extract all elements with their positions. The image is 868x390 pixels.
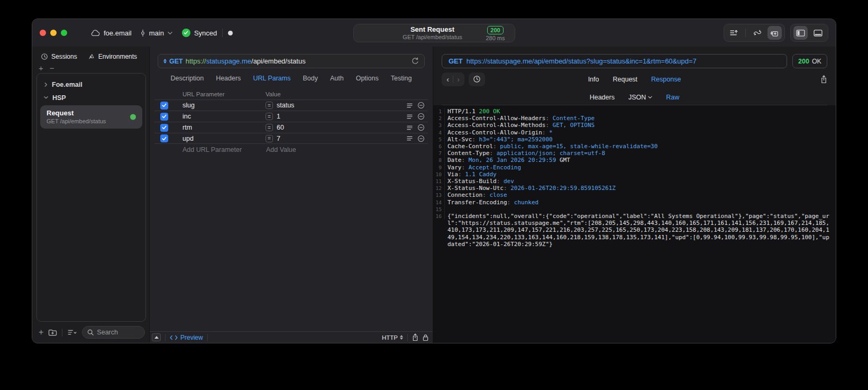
main-content: Sessions Environments + − Foe.emailHSP — [32, 47, 836, 343]
layout-sidebar-button[interactable] — [793, 26, 808, 40]
token: Via — [447, 171, 458, 178]
param-value-field[interactable]: 60 — [277, 124, 284, 131]
param-name-field[interactable]: slug — [182, 102, 257, 109]
response-subtab-raw[interactable]: Raw — [666, 94, 679, 101]
request-tab-bar: DescriptionHeadersURL ParamsBodyAuthOpti… — [150, 68, 433, 88]
project-menu[interactable]: foe.email — [90, 29, 132, 37]
request-tab-url-params[interactable]: URL Params — [253, 75, 290, 82]
param-text-options-icon[interactable] — [406, 135, 413, 141]
param-checkbox[interactable] — [160, 124, 168, 132]
sidebar-group-hsp[interactable]: HSP — [39, 91, 143, 104]
close-window-button[interactable] — [40, 30, 46, 36]
request-tab-label: Testing — [391, 75, 412, 82]
param-name-field[interactable]: inc — [182, 113, 257, 120]
tab-environments[interactable]: Environments — [88, 53, 137, 60]
request-tab-headers[interactable]: Headers — [216, 75, 241, 82]
request-tab-label: Headers — [216, 75, 241, 82]
response-subtab-json[interactable]: JSON — [628, 94, 652, 101]
request-tab-body[interactable]: Body — [303, 75, 318, 82]
layout-bottom-button[interactable] — [811, 26, 825, 40]
token: Access-Control-Allow-Headers — [447, 115, 545, 122]
sort-filter-icon[interactable] — [67, 329, 77, 335]
param-checkbox[interactable] — [160, 134, 168, 142]
share-icon[interactable] — [412, 333, 418, 341]
request-tab-testing[interactable]: Testing — [391, 75, 412, 82]
sent-request-title: Sent Request — [383, 26, 482, 34]
request-url[interactable]: https://statuspage.me/api/embed/status — [186, 57, 306, 65]
import-response-button[interactable] — [768, 26, 782, 40]
response-url-box[interactable]: GET https://statuspage.me/api/embed/stat… — [442, 54, 787, 68]
param-remove-icon[interactable] — [417, 135, 425, 142]
token: : — [458, 171, 465, 178]
line-number: 9 — [433, 164, 445, 171]
request-tab-label: Description — [171, 75, 204, 82]
sent-request-info: Sent Request GET /api/embed/status — [354, 26, 482, 41]
line-number: 14 — [433, 199, 445, 206]
param-text-options-icon[interactable] — [406, 103, 413, 108]
request-url-bar[interactable]: GET https://statuspage.me/api/embed/stat… — [158, 54, 425, 68]
add-param-row[interactable]: Add URL Parameter Add Value — [154, 144, 428, 156]
group-label: Foe.email — [52, 81, 83, 88]
sent-request-pill[interactable]: Sent Request GET /api/embed/status 200 2… — [353, 24, 515, 42]
search-input[interactable]: Search — [82, 326, 145, 339]
response-tab-request[interactable]: Request — [613, 76, 638, 83]
response-raw-line: 3Access-Control-Allow-Methods: GET, OPTI… — [433, 122, 833, 129]
token: : — [462, 164, 469, 171]
branch-menu[interactable]: main — [140, 29, 172, 37]
param-name-field[interactable]: upd — [182, 135, 257, 142]
param-remove-icon[interactable] — [417, 124, 425, 131]
line-number: 12 — [433, 185, 445, 192]
export-request-button[interactable] — [727, 26, 741, 40]
param-checkbox[interactable] — [160, 102, 168, 110]
sync-label: Synced — [194, 29, 217, 37]
lock-icon[interactable] — [423, 334, 428, 341]
param-text-options-icon[interactable] — [406, 125, 413, 131]
param-value-field[interactable]: 1 — [277, 113, 280, 120]
response-tab-response[interactable]: Response — [651, 76, 681, 83]
request-list-item[interactable]: Request GET /api/embed/status — [40, 105, 142, 129]
param-checkbox[interactable] — [160, 113, 168, 121]
request-tab-auth[interactable]: Auth — [330, 75, 344, 82]
param-row-rtm: rtm=60 — [154, 122, 428, 133]
expand-panel-button[interactable] — [152, 333, 161, 341]
request-tab-description[interactable]: Description — [171, 75, 204, 82]
resend-request-icon[interactable] — [412, 57, 419, 65]
protocol-selector-icon — [400, 335, 403, 340]
add-param-value-placeholder[interactable]: Add Value — [266, 146, 296, 153]
param-name-field[interactable]: rtm — [182, 124, 257, 131]
add-param-name-placeholder[interactable]: Add URL Parameter — [182, 146, 257, 153]
add-item-button[interactable]: + — [39, 328, 43, 337]
param-text-options-icon[interactable] — [406, 114, 413, 120]
line-content: Via: 1.1 Caddy — [445, 171, 833, 178]
add-session-button[interactable]: + — [39, 64, 43, 72]
sync-loop-icon[interactable] — [750, 26, 764, 40]
request-method[interactable]: GET — [169, 58, 183, 65]
request-item-subtitle: GET /api/embed/status — [47, 118, 136, 124]
token: Connection — [447, 192, 482, 198]
line-content: Access-Control-Allow-Methods: GET, OPTIO… — [445, 122, 833, 129]
request-tab-options[interactable]: Options — [356, 75, 379, 82]
zoom-window-button[interactable] — [61, 30, 67, 36]
line-content: Date: Mon, 26 Jan 2026 20:29:59 GMT — [445, 157, 833, 164]
preview-button[interactable]: Preview — [170, 334, 203, 341]
line-content: Access-Control-Allow-Origin: * — [445, 129, 833, 136]
tab-environments-label: Environments — [98, 53, 137, 60]
protocol-selector[interactable]: HTTP — [382, 334, 403, 341]
response-subtab-headers[interactable]: Headers — [590, 94, 615, 101]
sidebar-group-foe-email[interactable]: Foe.email — [39, 78, 143, 91]
minimize-window-button[interactable] — [50, 30, 57, 36]
response-tab-info[interactable]: Info — [588, 76, 599, 83]
response-raw-view[interactable]: 1HTTP/1.1 200 OK2Access-Control-Allow-He… — [433, 105, 836, 343]
param-value-field[interactable]: status — [277, 102, 294, 109]
method-selector-icon[interactable] — [163, 59, 167, 64]
response-raw-line: 11X-Status-Build: dev — [433, 178, 833, 185]
param-value-field[interactable]: 7 — [277, 135, 280, 142]
export-response-icon[interactable] — [820, 75, 827, 84]
param-remove-icon[interactable] — [417, 113, 425, 120]
sync-status[interactable]: Synced — [182, 29, 217, 37]
tab-sessions[interactable]: Sessions — [41, 53, 77, 60]
new-folder-icon[interactable] — [48, 329, 57, 336]
remove-session-button[interactable]: − — [50, 64, 54, 72]
record-dot-icon[interactable] — [228, 31, 233, 35]
param-remove-icon[interactable] — [417, 102, 425, 109]
